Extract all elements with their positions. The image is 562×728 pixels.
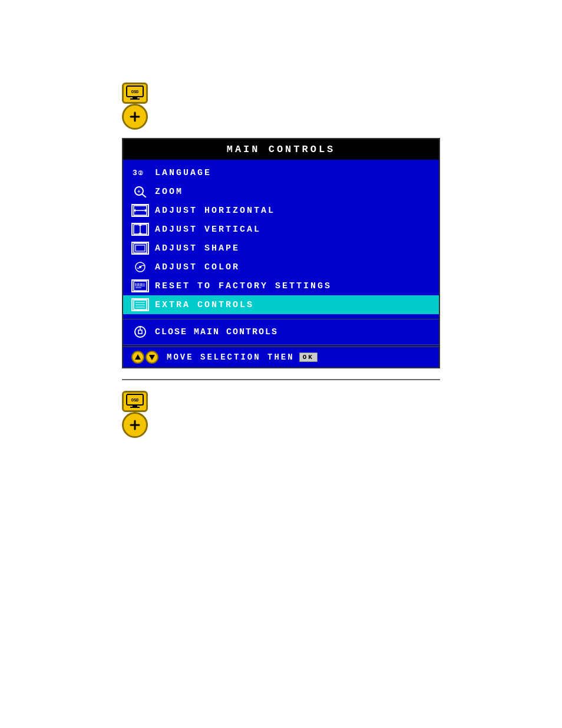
svg-point-22 bbox=[139, 266, 141, 268]
color-label: ADJUST COLOR bbox=[155, 262, 240, 272]
reset-label: RESET TO FACTORY SETTINGS bbox=[155, 281, 332, 291]
vertical-label: ADJUST VERTICAL bbox=[155, 225, 261, 235]
close-icon bbox=[131, 325, 149, 338]
plus-icon-top bbox=[122, 104, 148, 130]
menu-title: MAIN CONTROLS bbox=[227, 144, 336, 155]
plus-icon-bottom bbox=[122, 412, 148, 438]
extra-icon bbox=[131, 298, 149, 311]
language-icon: 3 ② bbox=[131, 166, 149, 179]
language-label: LANGUAGE bbox=[155, 168, 211, 178]
menu-item-horizontal[interactable]: ADJUST HORIZONTAL bbox=[123, 201, 439, 220]
horizontal-label: ADJUST HORIZONTAL bbox=[155, 206, 275, 216]
menu-item-shape[interactable]: ADJUST SHAPE bbox=[123, 239, 439, 258]
ok-button[interactable]: OK bbox=[299, 353, 318, 362]
svg-text:|||: ||| bbox=[134, 283, 143, 286]
svg-text:OSD: OSD bbox=[131, 398, 139, 403]
close-main-controls[interactable]: CLOSE MAIN CONTROLS bbox=[123, 321, 439, 343]
menu-items-list: 3 ② LANGUAGE + ZOOM bbox=[123, 160, 439, 318]
svg-text:OSD: OSD bbox=[131, 90, 139, 94]
svg-text:②: ② bbox=[138, 170, 144, 177]
page-wrapper: OSD MAIN CONTROLS bbox=[0, 0, 562, 444]
svg-marker-33 bbox=[138, 330, 142, 334]
bottom-label: MOVE SELECTION THEN bbox=[167, 353, 295, 362]
menu-item-zoom[interactable]: + ZOOM bbox=[123, 182, 439, 201]
zoom-label: ZOOM bbox=[155, 187, 183, 197]
menu-divider bbox=[123, 319, 439, 319]
shape-label: ADJUST SHAPE bbox=[155, 243, 240, 253]
menu-divider-2 bbox=[123, 344, 439, 345]
menu-item-language[interactable]: 3 ② LANGUAGE bbox=[123, 163, 439, 182]
svg-line-9 bbox=[142, 194, 146, 197]
menu-item-reset[interactable]: ||| RESET TO FACTORY SETTINGS bbox=[123, 276, 439, 295]
bottom-nav-icons bbox=[131, 351, 160, 364]
svg-marker-35 bbox=[135, 354, 141, 360]
menu-item-vertical[interactable]: ADJUST VERTICAL bbox=[123, 220, 439, 239]
svg-marker-36 bbox=[149, 355, 155, 360]
osd-icon-top: OSD bbox=[122, 83, 148, 104]
svg-rect-3 bbox=[130, 98, 140, 100]
menu-item-extra[interactable]: EXTRA CONTROLS bbox=[123, 295, 439, 314]
nav-icon-down bbox=[146, 351, 158, 364]
menu-item-color[interactable]: ADJUST COLOR bbox=[123, 258, 439, 276]
menu-title-bar: MAIN CONTROLS bbox=[123, 139, 439, 160]
osd-icon-label-bottom: OSD bbox=[125, 393, 144, 410]
plus-label-bottom bbox=[128, 419, 141, 431]
osd-icon-bottom: OSD bbox=[122, 391, 148, 412]
top-icon-group: OSD bbox=[122, 83, 440, 136]
osd-icon-label: OSD bbox=[125, 85, 144, 102]
reset-icon: ||| bbox=[131, 279, 149, 292]
close-label: CLOSE MAIN CONTROLS bbox=[155, 327, 278, 337]
main-menu-panel: MAIN CONTROLS 3 ② LANGUAGE bbox=[122, 138, 440, 368]
section-separator bbox=[122, 379, 440, 380]
plus-label-top bbox=[128, 110, 141, 123]
vertical-icon bbox=[131, 223, 149, 236]
svg-rect-2 bbox=[133, 97, 137, 98]
svg-rect-39 bbox=[133, 405, 137, 407]
color-icon bbox=[131, 261, 149, 274]
horizontal-icon bbox=[131, 204, 149, 217]
zoom-icon: + bbox=[131, 185, 149, 198]
bottom-icon-group: OSD bbox=[122, 391, 440, 444]
menu-bottom-bar: MOVE SELECTION THEN OK bbox=[123, 346, 439, 367]
svg-rect-40 bbox=[130, 407, 140, 408]
nav-icon-up bbox=[131, 351, 144, 364]
svg-rect-20 bbox=[135, 245, 145, 251]
extra-label: EXTRA CONTROLS bbox=[155, 300, 254, 310]
svg-text:+: + bbox=[137, 189, 141, 195]
shape-icon bbox=[131, 242, 149, 255]
